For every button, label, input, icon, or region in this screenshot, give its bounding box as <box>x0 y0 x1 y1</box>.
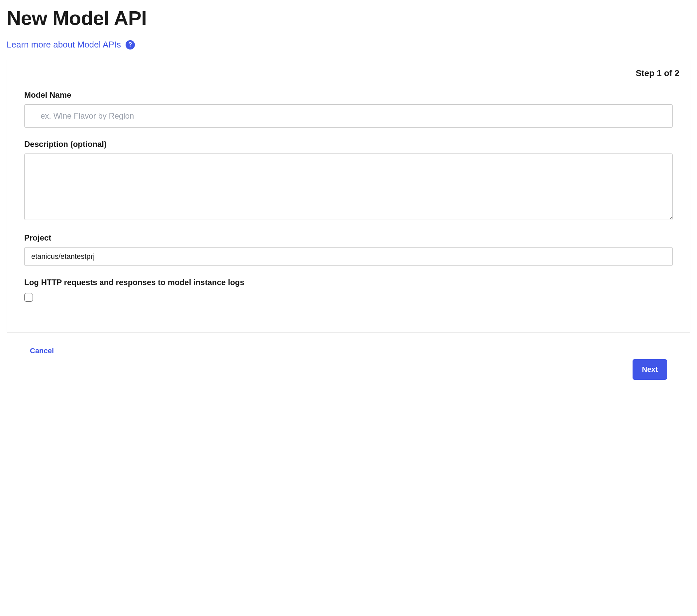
project-label: Project <box>24 233 673 243</box>
log-http-checkbox[interactable] <box>24 293 33 302</box>
model-name-label: Model Name <box>24 90 673 100</box>
learn-more-row: Learn more about Model APIs ? <box>6 40 691 50</box>
log-http-group: Log HTTP requests and responses to model… <box>24 278 673 303</box>
cancel-button[interactable]: Cancel <box>30 344 54 357</box>
page-title: New Model API <box>6 6 691 30</box>
project-group: Project <box>24 233 673 266</box>
description-label: Description (optional) <box>24 140 673 149</box>
learn-more-link[interactable]: Learn more about Model APIs <box>6 40 121 50</box>
log-http-label: Log HTTP requests and responses to model… <box>24 278 673 287</box>
footer-actions: Cancel Next <box>6 333 691 393</box>
help-icon[interactable]: ? <box>125 40 135 49</box>
form-card: Step 1 of 2 Model Name Description (opti… <box>6 60 691 333</box>
description-group: Description (optional) <box>24 140 673 221</box>
form-area: Model Name Description (optional) Projec… <box>7 78 690 332</box>
next-button[interactable]: Next <box>633 359 667 380</box>
model-name-group: Model Name <box>24 90 673 128</box>
description-input[interactable] <box>24 153 673 220</box>
model-name-input[interactable] <box>24 104 673 128</box>
step-indicator: Step 1 of 2 <box>7 60 690 78</box>
project-select[interactable] <box>24 247 673 266</box>
